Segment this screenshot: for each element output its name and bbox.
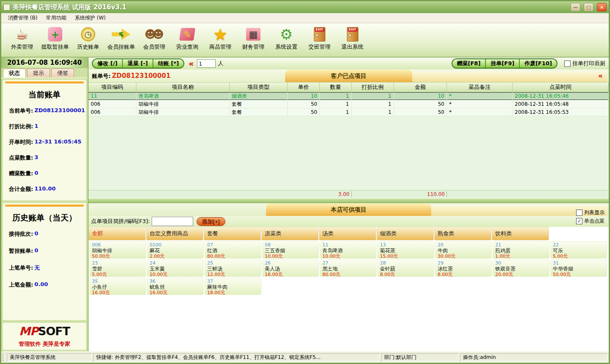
toolbar-label: 退出系统: [341, 43, 363, 51]
action-button[interactable]: 结账 [*]: [153, 59, 183, 68]
category-tab[interactable]: 汤类: [319, 227, 376, 240]
menu-item[interactable]: 消费管理 (B): [4, 14, 42, 22]
product-code: 22: [553, 242, 604, 248]
product-cell[interactable]: 21 煎鸡蛋 1.00元: [493, 241, 549, 259]
product-price: 8.00元: [438, 272, 489, 277]
print-kitchen-checkbox[interactable]: 挂单打印后厨: [564, 60, 605, 67]
category-tab[interactable]: 套餐: [204, 227, 261, 240]
product-cell[interactable]: 0100 麻花 2.00元: [147, 241, 204, 259]
product-price: 50.00元: [553, 272, 604, 277]
toolbar-retrieve-hold[interactable]: ＋ 提取暂挂单: [41, 25, 69, 51]
vendor-logo: MPSOFT 管理软件 美萍是专家: [3, 323, 86, 350]
product-cell[interactable]: 25 三鲜汤 12.00元: [205, 259, 261, 277]
collapse-right-icon[interactable]: «: [598, 72, 602, 80]
cell-amount: 50: [394, 108, 447, 116]
product-code: 37: [207, 279, 259, 284]
category-tab[interactable]: 凉菜类: [261, 227, 319, 240]
menu-item[interactable]: 常用功能: [42, 14, 70, 22]
product-cell[interactable]: 35 小鱼仔 16.00元: [89, 278, 146, 295]
status-department: 部门:默认部门: [381, 353, 458, 361]
product-cell[interactable]: 36 鱿鱼丝 16.00元: [147, 278, 204, 295]
product-name: 麻花: [150, 248, 201, 254]
tab-status[interactable]: 状态: [3, 69, 26, 77]
minimize-icon[interactable]: —: [571, 3, 580, 11]
toolbar-takeout[interactable]: ☕ 外卖管理: [8, 25, 36, 51]
ordered-items-table: 项目编码 项目名称 项目类型 单价 数量 打折比例 金额 菜品备注 点菜时间 1…: [89, 82, 609, 190]
exit-system-door-icon: EXIT: [347, 27, 358, 41]
product-cell[interactable]: 08 三五香烟 10.00元: [262, 241, 319, 259]
product-cell[interactable]: 23 雪碧 5.00元: [89, 259, 146, 277]
collapse-left-icon[interactable]: «: [189, 59, 193, 68]
toolbar-member-manage[interactable]: ☻☻ 会员管理: [140, 25, 168, 51]
item-code-input[interactable]: [152, 217, 193, 226]
info-value: 0: [34, 170, 38, 177]
menu-item[interactable]: 系统维护 (W): [70, 14, 110, 22]
available-tab-band: 本店可供项目: [89, 203, 609, 216]
product-cell[interactable]: 11 青岛啤酒 10.00元: [320, 241, 377, 259]
tab-ordered-items[interactable]: 客户已点项目: [285, 70, 412, 82]
toolbar-history-bills[interactable]: ◷ 历史账单: [74, 25, 102, 51]
toolbar-shift-manage[interactable]: EXIT 交班管理: [305, 25, 333, 51]
product-grid: 006 胡椒牛排 50.00元 0100 麻花 2.00元 07: [89, 240, 609, 351]
category-tab[interactable]: 自定义费用商品: [146, 227, 203, 240]
info-value: 0: [34, 247, 38, 255]
bill-number-value: ZD08123100001: [112, 72, 170, 80]
product-cell[interactable]: 07 红酒 80.00元: [205, 241, 261, 259]
table-row[interactable]: 006 胡椒牛排 套餐 50 1 1 50 * 2008-12-31 16:05…: [89, 108, 609, 116]
product-price: 5.00元: [553, 254, 604, 259]
tab-hint[interactable]: 提示: [27, 69, 50, 77]
category-tab[interactable]: 烟酒类: [377, 227, 434, 240]
list-view-checkbox[interactable]: 列表显示: [576, 209, 604, 216]
product-cell[interactable]: 26 美人汤 16.00元: [262, 259, 319, 277]
product-cell[interactable]: 37 麻辣牛肉 18.00元: [205, 278, 261, 295]
toolbar-system-settings[interactable]: ⚙ 系统设置: [272, 25, 300, 51]
product-cell[interactable]: 28 金针菇 8.00元: [377, 259, 434, 277]
action-button[interactable]: 作废[F10]: [520, 59, 557, 68]
product-cell[interactable]: 22 可乐 5.00元: [550, 241, 607, 259]
maximize-icon[interactable]: □: [584, 3, 593, 11]
info-label: 当前单号:: [9, 107, 33, 115]
product-cell[interactable]: 13 菊花茶 15.00元: [377, 241, 434, 259]
product-code: 35: [92, 279, 144, 284]
toolbar-finance-manage[interactable]: ▦ 财务管理: [239, 25, 267, 51]
column-header: 打折比例: [352, 83, 394, 92]
product-cell[interactable]: 31 中华香烟 50.00元: [550, 259, 607, 277]
cell-quantity: 1: [320, 100, 352, 108]
history-bill-title: 历史账单（当天）: [8, 212, 81, 223]
toolbar-label: 财务管理: [242, 43, 264, 51]
product-cell[interactable]: 27 黑土地 80.00元: [320, 259, 377, 277]
toolbar-product-manage[interactable]: ★ 商品管理: [206, 25, 234, 51]
add-item-button[interactable]: 添加[+]: [197, 217, 225, 226]
product-cell[interactable]: 30 铁观音茶 20.00元: [493, 259, 549, 277]
product-name: 麻辣牛肉: [207, 284, 259, 290]
product-cell[interactable]: 24 玉米羹 10.00元: [147, 259, 204, 277]
product-name: 黑土地: [322, 266, 374, 272]
table-row[interactable]: 006 胡椒牛排 套餐 50 1 1 50 * 2008-12-31 16:05…: [89, 100, 609, 108]
product-cell[interactable]: 006 胡椒牛排 50.00元: [89, 241, 146, 259]
category-tab[interactable]: 全部: [89, 227, 146, 240]
info-row: 上笔单号: 无: [9, 264, 81, 272]
info-label: 上笔金额:: [9, 281, 33, 289]
tab-note[interactable]: 便签: [51, 69, 74, 77]
action-button[interactable]: 修改 [/]: [93, 59, 123, 68]
cell-quantity: 1: [320, 108, 352, 116]
product-cell[interactable]: 29 冰红茶 8.00元: [435, 259, 492, 277]
tab-available-items[interactable]: 本店可供项目: [266, 204, 431, 216]
category-tab[interactable]: 饮料类: [492, 227, 549, 240]
toolbar-exit-system[interactable]: EXIT 退出系统: [338, 25, 366, 51]
cell-item-type: 套餐: [230, 108, 288, 116]
menu-bar: 消费管理 (B)常用功能系统维护 (W): [1, 13, 609, 23]
toolbar-business-query[interactable]: ✎ 营业查询: [173, 25, 201, 51]
action-button[interactable]: 挂单[F9]: [486, 59, 520, 68]
table-row[interactable]: 11 青岛啤酒 烟酒类 10 1 1 10 * 2008-12-31 16:05…: [89, 92, 609, 100]
product-cell[interactable]: 20 牛肉 30.00元: [435, 241, 492, 259]
product-price: 10.00元: [265, 254, 316, 259]
category-tab[interactable]: 熟食类: [434, 227, 491, 240]
action-button[interactable]: 退菜 [-]: [123, 59, 153, 68]
guest-count-input[interactable]: [197, 59, 216, 68]
toolbar-member-credit[interactable]: $ 会员挂账单: [107, 25, 135, 51]
close-icon[interactable]: ×: [597, 3, 607, 11]
single-click-order-checkbox[interactable]: 单击点菜: [576, 218, 604, 225]
toolbar-label: 商品管理: [209, 43, 231, 51]
action-button[interactable]: 赠菜[F8]: [452, 59, 486, 68]
